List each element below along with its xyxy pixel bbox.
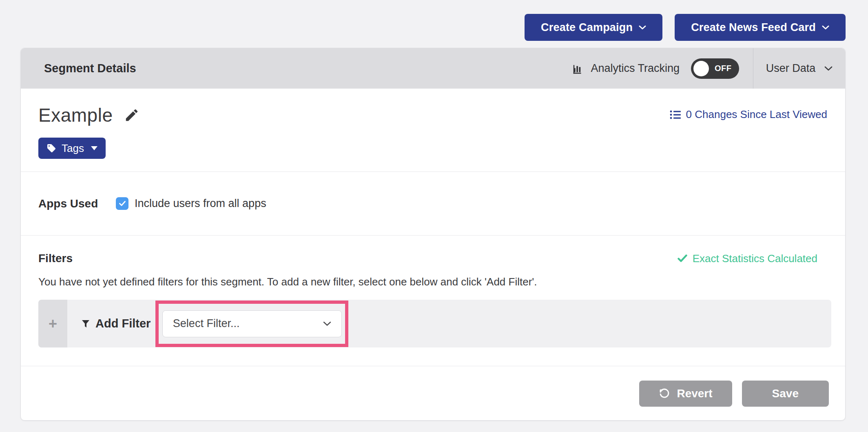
check-icon (678, 254, 687, 263)
funnel-icon (81, 319, 91, 329)
user-data-label: User Data (766, 62, 816, 75)
plus-icon: + (49, 315, 57, 332)
chevron-down-icon (639, 25, 646, 30)
create-campaign-label: Create Campaign (541, 21, 633, 34)
toggle-knob (693, 61, 709, 76)
select-filter-highlight: Select Filter... (155, 301, 348, 347)
add-filter-group-button[interactable]: + (38, 300, 67, 347)
save-button[interactable]: Save (742, 381, 829, 407)
filters-header-row: Filters Exact Statistics Calculated (38, 252, 831, 265)
save-button-label: Save (772, 387, 799, 400)
edit-name-button[interactable] (124, 107, 140, 123)
chevron-down-icon (323, 321, 331, 326)
filters-empty-message: You have not yet defined filters for thi… (38, 276, 831, 288)
segment-details-page: Create Campaign Create News Feed Card Se… (0, 0, 868, 432)
exact-statistics-label: Exact Statistics Calculated (693, 252, 817, 265)
changes-since-last-viewed-link[interactable]: 0 Changes Since Last Viewed (670, 108, 827, 121)
chevron-down-icon (824, 66, 833, 71)
select-filter-dropdown[interactable]: Select Filter... (162, 310, 342, 337)
toggle-state-label: OFF (715, 64, 732, 73)
footer-actions: Revert Save (21, 366, 845, 421)
bar-chart-icon (572, 62, 584, 75)
segment-name-section: Example 0 Changes Since Last Viewed Tags (21, 89, 845, 172)
segment-name: Example (38, 104, 113, 126)
check-icon (119, 200, 126, 207)
analytics-tracking-label: Analytics Tracking (591, 62, 680, 75)
analytics-tracking-toggle[interactable]: OFF (691, 58, 739, 79)
caret-down-icon (91, 146, 97, 150)
include-all-apps-option[interactable]: Include users from all apps (116, 197, 266, 210)
include-all-apps-label: Include users from all apps (135, 197, 266, 210)
change-list-icon (670, 110, 681, 120)
create-campaign-button[interactable]: Create Campaign (525, 14, 662, 41)
tags-button[interactable]: Tags (38, 138, 106, 159)
create-news-feed-card-label: Create News Feed Card (691, 21, 816, 34)
add-filter-label: Add Filter (95, 317, 151, 330)
apps-used-section: Apps Used Include users from all apps (21, 172, 845, 236)
revert-button[interactable]: Revert (639, 381, 732, 407)
changes-link-label: 0 Changes Since Last Viewed (686, 108, 827, 121)
tags-button-label: Tags (62, 142, 84, 155)
chevron-down-icon (822, 25, 829, 30)
segment-details-card: Segment Details Analytics Tracking OFF U… (20, 48, 846, 421)
card-header: Segment Details Analytics Tracking OFF U… (21, 48, 845, 89)
filters-section: Filters Exact Statistics Calculated You … (21, 236, 845, 366)
page-title: Segment Details (21, 62, 572, 75)
add-filter-row: + Add Filter Select Filter... (38, 300, 831, 347)
exact-statistics-status: Exact Statistics Calculated (678, 252, 817, 265)
user-data-menu[interactable]: User Data (753, 48, 845, 89)
checkbox-checked-icon[interactable] (116, 197, 128, 210)
revert-button-label: Revert (677, 387, 712, 400)
pencil-icon (124, 107, 140, 123)
analytics-tracking: Analytics Tracking OFF (572, 58, 753, 79)
tag-icon (46, 143, 56, 153)
top-actions: Create Campaign Create News Feed Card (525, 14, 846, 41)
revert-icon (659, 388, 670, 399)
select-filter-value: Select Filter... (173, 317, 240, 330)
add-filter-label-group: Add Filter (81, 317, 151, 330)
create-news-feed-card-button[interactable]: Create News Feed Card (675, 14, 846, 41)
apps-used-label: Apps Used (38, 197, 116, 210)
filters-title: Filters (38, 252, 73, 265)
